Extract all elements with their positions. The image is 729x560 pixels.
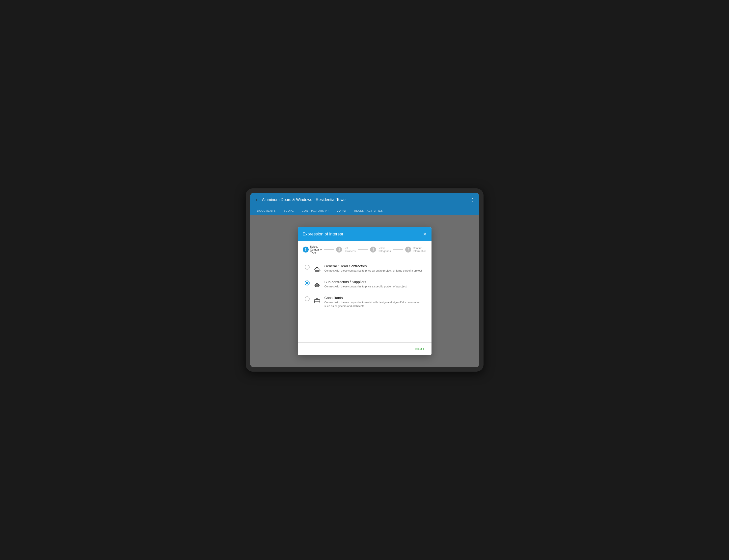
tablet-frame: Aluminum Doors & Windows - Residential T… [246, 188, 484, 372]
tab-documents[interactable]: DOCUMENTS [253, 207, 280, 215]
step-4: 4 Confirm Information [405, 247, 426, 253]
stepper: 1 Select Company Type 2 Set Distances 3 … [298, 241, 432, 258]
step-connector-1 [324, 249, 334, 250]
menu-button[interactable]: ⋮ [470, 197, 475, 203]
next-button[interactable]: NEXT [414, 346, 427, 352]
tablet-screen: Aluminum Doors & Windows - Residential T… [250, 193, 479, 367]
modal-header: Expression of interest ✕ [298, 227, 432, 241]
nav-tabs: DOCUMENTS SCOPE CONTRACTORS (4) EOI (0) … [250, 207, 479, 215]
step-1-circle: 1 [303, 247, 309, 253]
step-1-label: Select Company Type [310, 245, 322, 254]
option-general-label: General / Head Contractors [324, 264, 422, 268]
radio-general[interactable] [305, 265, 309, 270]
back-button[interactable] [254, 197, 259, 202]
modal-body: General / Head Contractors Connect with … [298, 258, 432, 342]
top-bar: Aluminum Doors & Windows - Residential T… [250, 193, 479, 207]
option-subcontractors-text: Sub-contractors / Suppliers Connect with… [324, 280, 407, 288]
option-general-desc: Connect with these companies to price an… [324, 269, 422, 273]
modal-dialog: Expression of interest ✕ 1 Select Compan… [298, 227, 432, 355]
step-2-circle: 2 [336, 247, 342, 253]
step-connector-2 [358, 249, 369, 250]
svg-rect-2 [315, 270, 319, 271]
option-consultants-desc: Connect with these companies to assist w… [324, 301, 425, 308]
option-subcontractors[interactable]: Sub-contractors / Suppliers Connect with… [305, 280, 425, 289]
option-subcontractors-desc: Connect with these companies to price a … [324, 285, 407, 288]
step-3-circle: 3 [370, 247, 376, 253]
page-title: Aluminum Doors & Windows - Residential T… [262, 198, 470, 202]
modal-footer: NEXT [298, 342, 432, 355]
step-connector-3 [393, 249, 404, 250]
tab-contractors[interactable]: CONTRACTORS (4) [298, 207, 333, 215]
option-subcontractors-label: Sub-contractors / Suppliers [324, 280, 407, 284]
contractor-icon [312, 264, 321, 273]
step-4-label: Confirm Information [413, 247, 426, 253]
modal-title: Expression of interest [303, 232, 343, 237]
step-3: 3 Select Categories [370, 247, 391, 253]
radio-subcontractors[interactable] [305, 280, 309, 285]
consultant-icon [312, 296, 321, 305]
svg-line-4 [319, 270, 320, 271]
tab-recent-activities[interactable]: RECENT ACTIVITIES [350, 207, 387, 215]
step-2-label: Set Distances [343, 247, 355, 253]
subcontractor-icon [312, 280, 321, 289]
step-3-label: Select Categories [378, 247, 391, 253]
step-1: 1 Select Company Type [303, 245, 322, 254]
modal-overlay: Expression of interest ✕ 1 Select Compan… [250, 215, 479, 367]
step-4-circle: 4 [405, 247, 411, 253]
option-general-text: General / Head Contractors Connect with … [324, 264, 422, 273]
radio-consultants[interactable] [305, 296, 309, 301]
close-button[interactable]: ✕ [423, 232, 427, 236]
option-consultants-text: Consultants Connect with these companies… [324, 296, 425, 308]
tab-eoi[interactable]: EOI (0) [333, 207, 350, 215]
step-2: 2 Set Distances [336, 247, 355, 253]
svg-rect-6 [315, 286, 319, 287]
tab-scope[interactable]: SCOPE [280, 207, 298, 215]
option-general[interactable]: General / Head Contractors Connect with … [305, 264, 425, 273]
option-consultants-label: Consultants [324, 296, 425, 300]
main-content: Expression of interest ✕ 1 Select Compan… [250, 215, 479, 367]
radio-inner-subcontractors [306, 282, 308, 284]
option-consultants[interactable]: Consultants Connect with these companies… [305, 296, 425, 308]
svg-rect-0 [314, 269, 320, 270]
